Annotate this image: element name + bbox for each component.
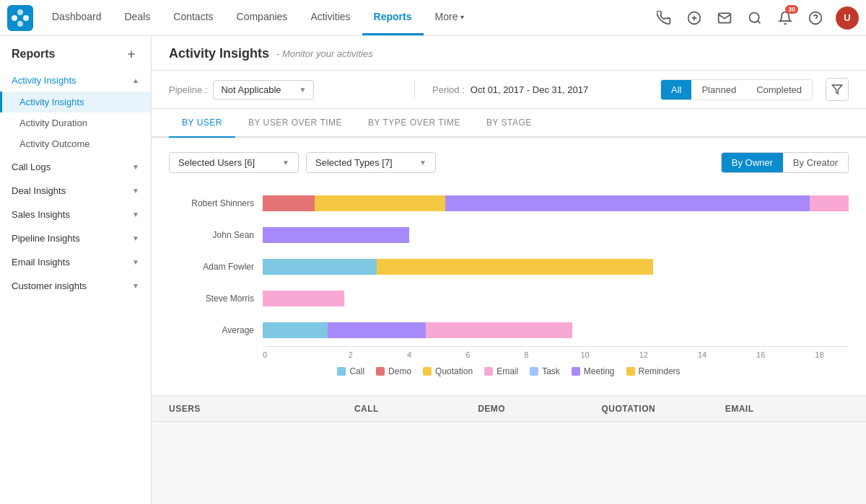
chart-row: Robert Shinners — [169, 187, 849, 219]
bar-segment — [263, 291, 344, 306]
chart-row: Adam Fowler — [169, 251, 849, 283]
bar-segment — [315, 195, 445, 211]
sidebar-group-activity-header[interactable]: Activity Insights ▲ — [0, 69, 151, 92]
legend-color-dot — [484, 367, 493, 376]
period-filter-group: Period : Oct 01, 2017 - Dec 31, 2017 — [415, 84, 660, 95]
period-label: Period : — [432, 84, 465, 95]
sidebar-group-deal-header[interactable]: Deal Insights ▼ — [0, 180, 151, 202]
add-icon[interactable] — [684, 8, 704, 28]
nav-dashboard[interactable]: Dashboard — [40, 0, 113, 35]
legend-label: Demo — [388, 366, 411, 376]
nav-contacts[interactable]: Contacts — [162, 0, 224, 35]
sidebar-group-customer-header[interactable]: Customer insights ▼ — [0, 275, 151, 297]
tab-by-type-over-time[interactable]: BY TYPE OVER TIME — [355, 109, 473, 138]
table-section: UsersCallDemoQuotationEmail — [152, 396, 866, 422]
page-header: Activity Insights - Monitor your activit… — [152, 36, 866, 71]
legend-color-dot — [376, 367, 385, 376]
bar-segment — [810, 195, 849, 211]
users-dropdown[interactable]: Selected Users [6] ▼ — [169, 152, 299, 173]
sidebar-group-sales-label: Sales Insights — [12, 209, 70, 220]
types-dropdown[interactable]: Selected Types [7] ▼ — [306, 152, 436, 173]
phone-icon[interactable] — [654, 8, 674, 28]
x-axis-tick: 6 — [439, 350, 497, 359]
x-axis-tick: 10 — [556, 350, 614, 359]
chart-controls: Selected Users [6] ▼ Selected Types [7] … — [169, 152, 849, 173]
table-column-header: Email — [725, 404, 849, 414]
sidebar-group-call-logs-header[interactable]: Call Logs ▼ — [0, 156, 151, 178]
legend-item: Reminders — [626, 366, 681, 376]
chart-row: Steve Morris — [169, 283, 849, 314]
svg-point-8 — [750, 12, 759, 22]
bar-segment — [263, 227, 409, 243]
toggle-by-creator[interactable]: By Creator — [783, 153, 848, 172]
chevron-down-icon-email: ▼ — [132, 258, 139, 266]
table-column-header: Users — [169, 404, 354, 414]
bar-segment — [263, 259, 377, 275]
chart-row-label: John Sean — [169, 230, 263, 240]
chart-row: Average — [169, 314, 849, 346]
bar-segment — [328, 322, 425, 338]
notification-icon[interactable]: 30 — [775, 8, 795, 28]
bar-segment — [263, 322, 328, 338]
filters-bar: Pipeline : Not Applicable ▼ Period : Oct… — [152, 71, 866, 109]
types-dropdown-arrow-icon: ▼ — [419, 159, 427, 167]
sidebar-group-customer-label: Customer insights — [12, 280, 87, 291]
tab-by-user-over-time[interactable]: BY USER OVER TIME — [235, 109, 355, 138]
sidebar-group-deal-label: Deal Insights — [12, 185, 66, 196]
sidebar-title: Reports — [12, 48, 55, 61]
x-axis-tick: 4 — [380, 350, 438, 359]
period-value: Oct 01, 2017 - Dec 31, 2017 — [471, 84, 588, 95]
search-icon[interactable] — [745, 8, 765, 28]
filter-icon-button[interactable] — [826, 78, 849, 101]
legend-label: Meeting — [584, 366, 615, 376]
sidebar-group-deal: Deal Insights ▼ — [0, 180, 151, 202]
chart-row-label: Robert Shinners — [169, 198, 263, 208]
chevron-up-icon: ▲ — [132, 76, 139, 84]
nav-deals[interactable]: Deals — [113, 0, 162, 35]
sidebar-header: Reports + — [0, 36, 151, 69]
nav-reports[interactable]: Reports — [362, 0, 424, 35]
page-title: Activity Insights — [169, 46, 269, 61]
status-planned-button[interactable]: Planned — [691, 80, 746, 100]
help-icon[interactable] — [805, 8, 826, 28]
avatar[interactable]: U — [836, 6, 859, 30]
table-column-header: Demo — [478, 404, 601, 414]
legend-item: Demo — [376, 366, 411, 376]
status-buttons: All Planned Completed — [660, 79, 813, 100]
legend-label: Quotation — [435, 366, 473, 376]
main-content: Activity Insights - Monitor your activit… — [152, 36, 866, 504]
tab-by-user[interactable]: BY USER — [169, 109, 235, 138]
sidebar-group-call-logs-label: Call Logs — [12, 162, 51, 172]
legend-color-dot — [423, 367, 432, 376]
logo[interactable] — [7, 5, 33, 31]
legend-color-dot — [626, 367, 635, 376]
table-column-header: Call — [354, 404, 478, 414]
sidebar-item-activity-insights[interactable]: Activity Insights — [0, 92, 151, 112]
sidebar-group-pipeline-header[interactable]: Pipeline Insights ▼ — [0, 227, 151, 249]
chart-legend: CallDemoQuotationEmailTaskMeetingReminde… — [169, 359, 849, 380]
sidebar-item-activity-duration[interactable]: Activity Duration — [0, 112, 151, 133]
status-completed-button[interactable]: Completed — [746, 80, 812, 100]
table-header: UsersCallDemoQuotationEmail — [152, 396, 866, 422]
nav-companies[interactable]: Companies — [225, 0, 299, 35]
x-axis-tick: 8 — [497, 350, 556, 359]
status-all-button[interactable]: All — [661, 80, 691, 100]
svg-point-3 — [23, 15, 29, 21]
tab-by-stage[interactable]: BY STAGE — [473, 109, 545, 138]
nav-activities[interactable]: Activities — [299, 0, 362, 35]
sidebar-group-email-label: Email Insights — [12, 257, 70, 268]
chart-container: Robert ShinnersJohn SeanAdam FowlerSteve… — [169, 187, 849, 387]
toggle-by-owner[interactable]: By Owner — [722, 153, 783, 172]
topnav: Dashboard Deals Contacts Companies Activ… — [0, 0, 866, 36]
nav-more[interactable]: More ▾ — [424, 0, 476, 35]
pipeline-select[interactable]: Not Applicable ▼ — [213, 80, 314, 100]
pipeline-filter-group: Pipeline : Not Applicable ▼ — [169, 80, 415, 100]
chevron-down-icon-customer: ▼ — [132, 282, 139, 290]
sidebar-item-activity-outcome[interactable]: Activity Outcome — [0, 133, 151, 154]
sidebar-group-email-header[interactable]: Email Insights ▼ — [0, 251, 151, 273]
svg-point-1 — [12, 15, 17, 21]
sidebar-add-button[interactable]: + — [123, 46, 139, 62]
x-axis-tick: 16 — [732, 350, 790, 359]
sidebar-group-sales-header[interactable]: Sales Insights ▼ — [0, 203, 151, 226]
email-icon[interactable] — [714, 8, 735, 28]
